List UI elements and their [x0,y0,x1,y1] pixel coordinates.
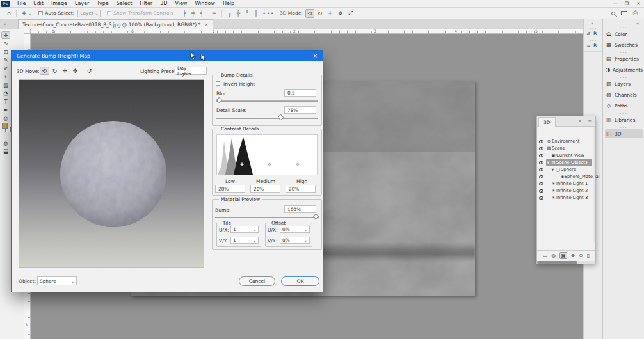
panel-button-color[interactable]: ◒ Color [605,29,643,38]
tree-row-sphere[interactable]: ▼ ◯ Sphere [537,166,592,173]
align-middle-icon[interactable]: ╬ [234,10,243,17]
workspace-icon[interactable] [621,11,627,15]
restore-button[interactable]: ❐ [621,1,632,6]
panel-button-brush-settings[interactable]: ✐ B... [585,29,601,38]
tile-ux-dropdown[interactable]: 1⌄ [230,226,259,233]
blur-slider[interactable] [216,100,318,102]
visibility-eye-icon[interactable] [539,147,543,150]
mesh-filter-icon[interactable]: ▣ [559,252,567,259]
panel-button-paths[interactable]: ◇ Paths [605,101,643,110]
panel-button-channels[interactable]: ◍ Channels [605,90,643,99]
move-tool-icon[interactable]: ✚ [20,10,29,17]
3d-preview-viewport[interactable] [19,79,204,268]
tree-row-current-view[interactable]: ▣ Current View [537,152,592,159]
menu-help[interactable]: Help [219,1,238,6]
object-dropdown[interactable]: Sphere⌄ [37,276,77,285]
eyedropper-tool[interactable]: ✎ [1,56,10,64]
panel-button-brushes[interactable]: ≡ B... [585,42,601,50]
lasso-tool[interactable]: ∿ [1,40,10,47]
visibility-eye-icon[interactable] [539,140,543,143]
move-tool-caret[interactable]: ⌄ [28,11,31,15]
home-icon[interactable]: ⌂ [5,10,13,17]
dodge-tool[interactable]: ◔ [1,90,10,97]
menu-layer[interactable]: Layer [71,1,93,6]
roll-tool-button[interactable]: ↻ [50,67,60,75]
collapse-dock-icon[interactable]: « [591,21,593,26]
visibility-eye-icon[interactable] [539,154,543,157]
close-button[interactable]: ✕ [632,1,644,6]
orbit-tool-button[interactable]: ⟲ [40,67,49,75]
dialog-title-bar[interactable]: Generate Bump (Height) Map × [12,51,323,61]
menu-select[interactable]: Select [113,1,136,6]
detail-scale-input[interactable]: 78% [284,106,316,114]
menu-image[interactable]: Image [47,1,71,6]
distribute-horizontal-icon[interactable]: ═ [210,10,218,17]
gradient-tool[interactable]: ▧ [1,81,10,89]
panel-button-swatches[interactable]: ▦ Swatches [605,40,643,49]
delete-icon[interactable]: ▯ [587,253,590,258]
menu-view[interactable]: View [171,1,191,6]
healing-tool[interactable]: ⌖ [1,73,10,81]
crop-tool[interactable]: ⊞ [1,48,10,56]
contrast-medium-input[interactable]: 20% [250,185,280,193]
contrast-histogram[interactable] [216,134,318,175]
menu-filter[interactable]: Filter [136,1,156,6]
panel-button-3d[interactable]: ◫ 3D [605,129,643,138]
align-right-icon[interactable]: ╡ [197,10,205,17]
collapse-panel-icon[interactable]: » [579,118,581,123]
menu-file[interactable]: File [13,1,29,6]
document-tab[interactable]: TexturesCom_ConcreteBare0378_8_S.jpg @ 1… [18,19,213,29]
panel-menu-icon[interactable]: ≡ [588,118,592,123]
share-icon[interactable]: ⎙ [633,10,638,17]
visibility-eye-icon[interactable] [539,196,543,200]
3d-orbit-mode-button[interactable]: ⟲ [305,9,314,18]
screen-mode-icon[interactable]: ⬓ [1,147,10,155]
panel-button-properties[interactable]: ▤ Properties [605,54,643,63]
visibility-eye-icon[interactable] [539,182,543,185]
lights-toggle-icon[interactable]: ◍ [551,253,556,258]
brush-tool[interactable]: ✐ [1,65,10,72]
menu-type[interactable]: Type [93,1,112,6]
minimize-button[interactable]: — [609,1,621,6]
panel-button-adjustments[interactable]: ◑ Adjustments [605,65,643,74]
panel-button-libraries[interactable]: ▥ Libraries [605,115,643,124]
ok-button[interactable]: OK [281,276,319,286]
contrast-low-input[interactable]: 20% [215,185,245,193]
offset-ux-dropdown[interactable]: 0%⌄ [280,226,310,233]
foreground-color-swatch[interactable] [2,123,8,129]
3d-panel-tab[interactable]: 3D [538,117,556,127]
3d-roll-mode-button[interactable]: ↻ [316,9,325,18]
invert-height-checkbox[interactable] [216,81,220,86]
visibility-eye-icon[interactable] [539,175,543,178]
auto-select-target-dropdown[interactable]: Layer⌄ [77,10,101,17]
align-bottom-icon[interactable]: ╨ [243,10,251,17]
visibility-eye-icon[interactable] [539,168,543,171]
bump-amount-slider[interactable] [215,217,319,218]
detail-scale-slider[interactable] [216,118,318,119]
tile-vy-dropdown[interactable]: 1⌄ [230,237,259,244]
menu-window[interactable]: Window [191,1,219,6]
menu-3d[interactable]: 3D [156,1,171,6]
panel-vertical-scrollbar[interactable] [593,127,595,242]
floor-toggle-icon[interactable]: ▭ [543,253,548,258]
expander-icon[interactable]: ▼ [551,168,555,171]
tree-row-infinite-light-3[interactable]: ✳ Infinite Light 3 [537,194,592,201]
panel-button-layers[interactable]: ▧ Layers [605,79,643,88]
type-tool[interactable]: T [1,98,10,106]
dialog-close-icon[interactable]: × [312,52,318,59]
cancel-button[interactable]: Cancel [239,276,275,286]
align-center-icon[interactable]: ╪ [189,10,197,17]
auto-select-checkbox[interactable] [38,11,43,15]
render-icon[interactable]: ⊘ [579,253,583,258]
search-icon[interactable] [611,12,615,15]
distribute-vertical-icon[interactable]: ║ [252,10,260,17]
collapse-tools-icon[interactable]: « [3,22,6,27]
pan-tool-button[interactable]: ✛ [60,67,70,75]
reset-view-button[interactable]: ↺ [85,67,94,75]
quick-mask-icon[interactable]: ◍ [1,139,10,147]
pen-tool[interactable]: ✒ [1,106,10,114]
align-top-icon[interactable]: ╥ [225,10,234,17]
tree-row-environment[interactable]: ⊛ Environment [537,138,592,145]
tree-row-scene[interactable]: ▤ Scene [537,145,592,152]
3d-pan-mode-button[interactable]: ✛ [326,9,335,18]
